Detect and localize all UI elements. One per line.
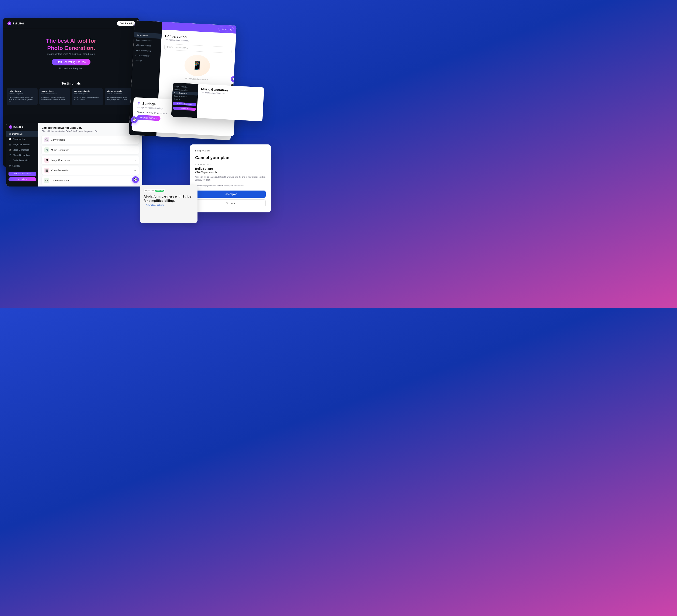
explore-music-icon: 🎵 xyxy=(44,147,49,152)
conversation-input[interactable]: Start a conversation... xyxy=(164,44,232,53)
music-icon: 🎵 xyxy=(9,154,11,156)
credit-note: No credit card required xyxy=(7,67,135,70)
explore-item-code[interactable]: <> Code Generation → xyxy=(42,176,139,185)
free-generations-bar: 5 / 5 Free Generations xyxy=(8,172,36,176)
beliobot-logo-icon: ✦ xyxy=(7,21,11,25)
sidebar-item-conversation[interactable]: 💬 Conversation xyxy=(6,137,38,142)
plan-name: BelioBot pro xyxy=(195,167,266,170)
explore-item-conversation[interactable]: 💬 Conversation → xyxy=(42,135,139,144)
testimonial-name: Salma Elbakry xyxy=(41,90,68,92)
explore-image-icon: 🖼 xyxy=(44,158,49,163)
chat-float-button[interactable]: 💬 xyxy=(132,176,139,183)
explore-item-music[interactable]: 🎵 Music Generation → xyxy=(42,146,139,154)
landing-logo-text: BelioBot xyxy=(12,22,24,25)
music-sidebar: Image Generation Video Generation Music … xyxy=(171,83,198,118)
sidebar-item-dashboard[interactable]: ⊞ Dashboard xyxy=(6,131,38,137)
stripe-card: AI-platform Test mode AI-platform partne… xyxy=(140,185,197,223)
conversation-illustration: 📱 No conversation started xyxy=(163,53,231,82)
testimonial-role: Full Stack Developer xyxy=(41,93,68,95)
breadcrumb: Billing > Cancel xyxy=(195,149,266,152)
breadcrumb-separator: > xyxy=(201,149,202,152)
current-plan-label: CURRENT PLAN xyxy=(195,164,266,166)
music-card-inner: Image Generation Video Generation Music … xyxy=(171,83,264,121)
hero-headline: The best AI tool for Photo Generation. xyxy=(7,37,135,52)
dashboard-card: ✦ BelioBot ⊞ Dashboard 💬 Conversation 🖼 … xyxy=(6,123,142,186)
stripe-title: AI-platform partners with Stripe for sim… xyxy=(143,194,194,203)
testimonial-card: Salma Elbakry Full Stack Developer Every… xyxy=(39,88,70,105)
image-icon: 🖼 xyxy=(9,143,11,146)
cancel-plan-card: Billing > Cancel Cancel your plan CURREN… xyxy=(190,144,271,212)
testimonial-role: Software Engineer xyxy=(74,93,101,95)
code-icon: <> xyxy=(9,159,11,162)
arrow-icon: → xyxy=(134,169,136,172)
explore-code-label: Code Generation xyxy=(51,179,69,182)
explore-conversation-icon: 💬 xyxy=(44,137,49,142)
explore-conversation-label: Conversation xyxy=(51,138,65,141)
testimonial-role: CEO at Halal Forum xyxy=(107,93,134,95)
empty-state-illustration: 📱 xyxy=(184,54,211,77)
testimonial-text: The most useful tool I have ever used, i… xyxy=(9,96,36,103)
sidebar-item-code-generation[interactable]: <> Code Generation xyxy=(6,158,38,163)
sidebar-logo-text: BelioBot xyxy=(13,126,23,128)
explore-item-video[interactable]: 🎬 Video Generation → xyxy=(42,166,139,175)
sidebar-item-label: Music Generation xyxy=(13,154,30,156)
sidebar-item-label: Settings xyxy=(12,165,20,167)
sidebar-item-label: Video Generation xyxy=(13,149,30,151)
landing-logo: ✦ BelioBot xyxy=(7,21,24,25)
arrow-icon: → xyxy=(134,138,136,141)
landing-nav: ✦ BelioBot Get Started xyxy=(3,18,139,29)
sidebar-logo-icon: ✦ xyxy=(9,125,12,129)
gear-icon: ⚙ xyxy=(138,101,141,105)
explore-image-label: Image Generation xyxy=(51,159,70,162)
explore-video-label: Video Generation xyxy=(51,169,69,172)
stripe-return-link[interactable]: ← Return to AI-platform xyxy=(143,204,194,206)
cancel-plan-button[interactable]: Cancel plan xyxy=(195,190,266,198)
sidebar-item-video-generation[interactable]: 🎬 Video Generation xyxy=(6,147,38,152)
testimonial-text: I love this tool! It's so easy to use an… xyxy=(74,96,101,101)
landing-chat-float-button[interactable]: 💬 xyxy=(131,117,138,123)
get-started-button[interactable]: Get Started xyxy=(117,21,135,26)
testimonial-text: Everything I need in one place, Best dec… xyxy=(41,96,68,101)
stripe-platform-badge: AI-platform Test mode xyxy=(143,189,165,192)
sidebar-item-image-generation[interactable]: 🖼 Image Generation xyxy=(6,142,38,147)
testimonial-card: Mohammed Fathy Software Engineer I love … xyxy=(72,88,103,105)
music-free-gen: 5 / 5 Free Generations xyxy=(173,102,196,106)
cancel-title: Cancel your plan xyxy=(195,155,266,160)
no-conversation-text: No conversation started xyxy=(185,77,208,81)
music-content: Music Generation Our most destined AI mo… xyxy=(197,84,264,121)
hero-subtext: Create contect using AI 10X faster than … xyxy=(7,53,135,55)
convo-float-btn-1[interactable]: 💬 xyxy=(231,76,236,82)
conversation-icon: 💬 xyxy=(9,138,11,140)
sidebar-bottom: 5 / 5 Free Generations Upgrade ✦ xyxy=(6,170,38,183)
sidebar-item-settings[interactable]: ⚙ Settings xyxy=(6,163,38,169)
breadcrumb-cancel: Cancel xyxy=(203,149,210,152)
music-upgrade-button[interactable]: Upgrade ✦ xyxy=(173,106,196,111)
testimonials-section: Testimonials Belal Hisham Software Engin… xyxy=(3,77,139,109)
testimonial-role: Software Engineer xyxy=(9,93,36,95)
testimonial-name: Belal Hisham xyxy=(9,90,36,92)
sidebar-item-label: Dashboard xyxy=(12,133,22,135)
cancel-plan-description: Your plan will be canceled, but is still… xyxy=(195,176,266,187)
arrow-icon: → xyxy=(134,148,136,151)
settings-icon: ⚙ xyxy=(9,165,11,167)
sidebar-logo: ✦ BelioBot xyxy=(6,125,38,131)
dashboard-icon: ⊞ xyxy=(9,133,11,135)
breadcrumb-billing[interactable]: Billing xyxy=(195,149,201,152)
sidebar-item-label: Image Generation xyxy=(12,143,30,146)
testimonials-title: Testimonials xyxy=(7,82,136,85)
dashboard-sidebar: ✦ BelioBot ⊞ Dashboard 💬 Conversation 🖼 … xyxy=(6,123,38,186)
video-icon: 🎬 xyxy=(9,149,11,151)
music-generation-card: Image Generation Video Generation Music … xyxy=(171,83,264,121)
sidebar-item-music-generation[interactable]: 🎵 Music Generation xyxy=(6,152,38,158)
start-generating-button[interactable]: Start Generating For Free xyxy=(52,59,90,65)
dashboard-main: Explore the power of BelioBot. Chat with… xyxy=(38,123,142,186)
explore-subtitle: Chat with the smartest AI BelioBot – Exp… xyxy=(42,130,139,133)
explore-item-image[interactable]: 🖼 Image Generation → xyxy=(42,156,139,164)
testimonial-card: Belal Hisham Software Engineer The most … xyxy=(7,88,38,105)
go-back-button[interactable]: Go back xyxy=(195,200,266,207)
explore-music-label: Music Generation xyxy=(51,149,69,151)
settings-upgrade-button[interactable]: Upgrade to Pro ✦ xyxy=(137,115,161,121)
sidebar-upgrade-button[interactable]: Upgrade ✦ xyxy=(8,177,36,181)
testimonial-name: Ahmed Metwally xyxy=(107,90,134,92)
explore-title: Explore the power of BelioBot. xyxy=(42,126,139,129)
